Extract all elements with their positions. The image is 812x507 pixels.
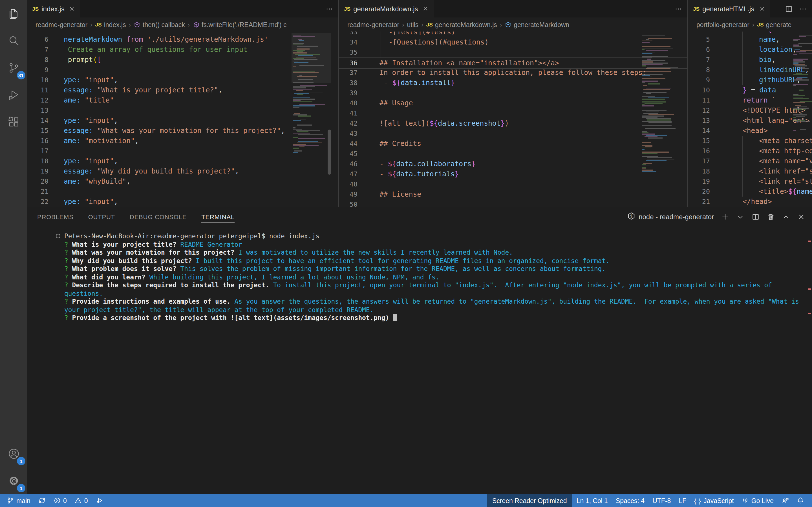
activity-item-settings[interactable]: 1 (0, 467, 27, 494)
tab-generate-markdown-js[interactable]: JS generateMarkdown.js (339, 0, 434, 17)
status-item-warning-count[interactable]: 0 (71, 494, 91, 507)
activity-item-source-control[interactable]: 31 (0, 54, 27, 81)
activity-item-extensions[interactable] (0, 108, 27, 135)
breadcrumb-item[interactable]: utils (407, 21, 418, 28)
command-decoration-icon[interactable] (56, 234, 60, 238)
code-line[interactable]: 37In order to install this application, … (339, 68, 688, 78)
activity-item-search[interactable] (0, 27, 27, 54)
status-item-feedback[interactable] (778, 494, 792, 507)
close-panel-icon[interactable] (797, 213, 805, 221)
line-number: 18 (27, 156, 49, 166)
line-number: 9 (27, 65, 49, 75)
more-actions-icon[interactable] (325, 5, 333, 13)
activity-item-accounts[interactable]: 1 (0, 440, 27, 467)
breadcrumb-item[interactable]: readme-generator (36, 21, 87, 28)
code-line[interactable]: 40## Usage (339, 98, 688, 108)
close-tab-icon[interactable] (423, 6, 429, 12)
status-item-notifications[interactable] (794, 494, 808, 507)
split-terminal-icon[interactable] (752, 213, 760, 221)
panel-tab-output[interactable]: OUTPUT (88, 210, 115, 223)
breadcrumb-symbol-icon (193, 21, 199, 28)
breadcrumb-item[interactable]: then() callback (134, 21, 185, 28)
more-actions-icon[interactable] (674, 5, 682, 13)
status-item-screen-reader-mode[interactable]: Screen Reader Optimized (487, 494, 572, 507)
status-item-go-live[interactable]: Go Live (739, 494, 777, 507)
code-line[interactable]: 34-[Questions](#questions) (339, 37, 688, 47)
panel-tab-problems[interactable]: PROBLEMS (37, 210, 73, 223)
go-live-icon (742, 497, 749, 504)
more-actions-icon[interactable] (799, 5, 807, 13)
breadcrumb-item[interactable]: JSgenerateMarkdown.js (426, 21, 497, 28)
status-item-sync-status[interactable] (35, 494, 49, 507)
terminal-output[interactable]: Peters-New-MacBook-Air:readme-generator … (64, 232, 804, 322)
panel-tab-terminal[interactable]: TERMINAL (201, 210, 235, 223)
line-number: 49 (339, 189, 357, 200)
code-line[interactable]: 41 (339, 108, 688, 118)
code-line[interactable]: 33-[Tests](#tests) (339, 32, 688, 37)
line-number: 21 (688, 196, 710, 207)
activity-item-run-and-debug[interactable] (0, 81, 27, 108)
status-item-debug-status[interactable] (93, 494, 107, 507)
breadcrumb-item[interactable]: fs.writeFile('./README.md') c (193, 21, 287, 28)
scrollbar-handle[interactable] (327, 129, 331, 175)
activity-item-explorer[interactable] (0, 0, 27, 27)
tab-label: generateMarkdown.js (353, 5, 418, 13)
code-text: ame: "motivation", (64, 136, 139, 146)
status-item-encoding[interactable]: UTF-8 (649, 494, 674, 507)
close-tab-icon[interactable] (69, 6, 75, 12)
status-item-error-count[interactable]: 0 (50, 494, 70, 507)
code-line[interactable]: 39 (339, 88, 688, 98)
breadcrumb-item[interactable]: JSindex.js (95, 21, 126, 28)
minimap[interactable] (292, 32, 331, 207)
code-editor-generate-markdown-js[interactable]: 33-[Tests](#tests)34-[Questions](#questi… (339, 32, 688, 207)
status-item-cursor-position[interactable]: Ln 1, Col 1 (573, 494, 611, 507)
code-text: - ${data.tutorials} (379, 169, 459, 179)
terminal-line: ? What problem does it solve? This solve… (64, 265, 804, 273)
status-label: JavaScript (703, 497, 733, 504)
minimap[interactable] (792, 32, 812, 207)
minimap[interactable] (640, 32, 684, 207)
code-line[interactable]: 48 (339, 179, 688, 189)
code-line[interactable]: 49## License (339, 189, 688, 200)
code-line[interactable]: 42![alt text](${data.screenshot}) (339, 118, 688, 128)
code-line[interactable]: 47- ${data.tutorials} (339, 169, 688, 179)
code-line[interactable]: 50 (339, 200, 688, 207)
status-item-language-mode[interactable]: { }JavaScript (691, 494, 737, 507)
breadcrumb-symbol-icon: JS (757, 21, 763, 27)
code-line[interactable]: 35 (339, 47, 688, 57)
line-number: 34 (339, 37, 357, 47)
breadcrumb: portfolio-generator›JSgenerate (688, 17, 812, 32)
tab-index-js[interactable]: JS index.js (27, 0, 80, 17)
code-line[interactable]: 36## Installation <a name="installation"… (339, 57, 688, 69)
line-number: 22 (27, 196, 49, 207)
breadcrumb: readme-generator›utils›JSgenerateMarkdow… (339, 17, 688, 32)
breadcrumb-item[interactable]: portfolio-generator (696, 21, 749, 28)
launch-profile-icon[interactable] (737, 213, 744, 221)
status-item-git-branch-status[interactable]: main (3, 494, 34, 507)
code-line[interactable]: 38- ${data.install} (339, 78, 688, 88)
panel-tab-debug-console[interactable]: DEBUG CONSOLE (130, 210, 187, 223)
line-number: 11 (27, 85, 49, 95)
maximize-panel-icon[interactable] (782, 213, 790, 221)
terminal-line: ? What was your motivation for this proj… (64, 248, 804, 257)
breadcrumb-item[interactable]: generateMarkdown (505, 21, 569, 28)
line-number: 14 (688, 126, 710, 136)
code-line[interactable]: 45 (339, 149, 688, 159)
split-editor-icon[interactable] (785, 5, 793, 13)
breadcrumb-item[interactable]: readme-generator (347, 21, 399, 28)
new-terminal-icon[interactable] (721, 213, 729, 221)
tab-generate-html-js[interactable]: JS generateHTML.js (688, 0, 770, 17)
code-line[interactable]: 46- ${data.collaborators} (339, 159, 688, 169)
breadcrumb-item[interactable]: JSgenerate (757, 21, 792, 28)
terminal-line: ? Describe the steps required to install… (64, 281, 804, 289)
code-line[interactable]: 43 (339, 128, 688, 138)
kill-terminal-icon[interactable] (767, 213, 775, 221)
terminal-selector[interactable]: $ node - readme-generator (627, 212, 714, 222)
line-number: 17 (688, 156, 710, 166)
status-item-eol[interactable]: LF (675, 494, 690, 507)
line-number: 33 (339, 32, 357, 37)
close-tab-icon[interactable] (759, 6, 765, 12)
terminal-line: questions. (64, 289, 804, 297)
status-item-indentation[interactable]: Spaces: 4 (612, 494, 648, 507)
code-line[interactable]: 44## Credits (339, 138, 688, 149)
